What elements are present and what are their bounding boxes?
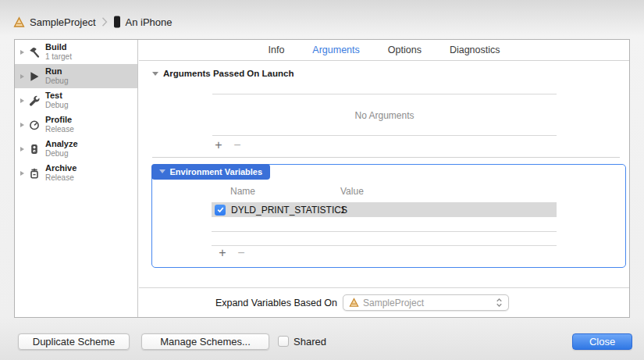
sidebar-item-test[interactable]: Test Debug <box>15 88 137 112</box>
close-button[interactable]: Close <box>572 333 632 350</box>
disclosure-triangle-icon[interactable] <box>20 74 24 79</box>
column-header-name: Name <box>230 186 255 197</box>
env-variable-name[interactable]: DYLD_PRINT_STATISTICS <box>231 205 347 216</box>
chevron-right-icon <box>101 17 108 27</box>
shared-checkbox[interactable] <box>278 336 289 347</box>
sidebar-item-run[interactable]: Run Debug <box>15 64 137 88</box>
sidebar-item-build[interactable]: Build 1 target <box>15 40 137 64</box>
sidebar-item-label: Test <box>45 91 68 100</box>
archive-vise-icon <box>28 167 41 180</box>
sidebar-item-sub: Release <box>45 125 74 134</box>
sidebar: Build 1 target Run Debug <box>15 40 138 317</box>
tab-options[interactable]: Options <box>388 45 422 55</box>
xcode-project-icon <box>13 16 25 28</box>
disclosure-triangle-icon[interactable] <box>20 123 24 127</box>
sidebar-item-profile[interactable]: Profile Release <box>15 112 137 137</box>
sidebar-item-sub: Release <box>45 173 76 183</box>
tab-info[interactable]: Info <box>268 45 284 55</box>
arguments-section-header: Arguments Passed On Launch <box>152 69 294 78</box>
gauge-icon <box>28 119 41 131</box>
sidebar-item-sub: Debug <box>45 101 68 110</box>
shared-checkbox-label: Shared <box>294 336 326 348</box>
disclosure-triangle-icon[interactable] <box>20 147 24 151</box>
arguments-section-title: Arguments Passed On Launch <box>163 69 294 78</box>
disclosure-triangle-icon[interactable] <box>20 171 24 176</box>
stepper-chevrons-icon <box>494 297 504 308</box>
breadcrumb: SampleProject An iPhone <box>13 15 173 29</box>
separator <box>212 135 557 136</box>
breadcrumb-device[interactable]: An iPhone <box>126 16 173 28</box>
tab-arguments[interactable]: Arguments <box>312 45 359 55</box>
breadcrumb-project[interactable]: SampleProject <box>30 16 96 28</box>
column-header-value: Value <box>340 186 364 197</box>
scheme-content: Info Arguments Options Diagnostics Argum… <box>139 40 629 317</box>
sidebar-item-label: Analyze <box>45 139 78 148</box>
remove-argument-button[interactable]: − <box>231 139 244 151</box>
hammer-icon <box>28 46 41 59</box>
play-icon <box>28 70 41 83</box>
no-arguments-text: No Arguments <box>212 110 557 121</box>
env-row-checkbox[interactable] <box>215 205 226 216</box>
disclosure-triangle-icon[interactable] <box>20 50 24 55</box>
sidebar-item-archive[interactable]: Archive Release <box>15 161 137 185</box>
sidebar-item-sub: Debug <box>45 77 68 86</box>
sidebar-item-sub: 1 target <box>45 52 72 62</box>
sidebar-item-analyze[interactable]: Analyze Debug <box>15 137 137 161</box>
expand-variables-dropdown[interactable]: SampleProject <box>343 294 509 311</box>
disclosure-down-icon[interactable] <box>152 72 158 76</box>
expand-variables-label: Expand Variables Based On <box>170 298 337 308</box>
duplicate-scheme-button[interactable]: Duplicate Scheme <box>18 333 130 350</box>
sidebar-item-label: Profile <box>45 115 74 124</box>
tab-bar: Info Arguments Options Diagnostics <box>139 40 629 61</box>
separator <box>152 157 620 158</box>
analyze-icon <box>28 143 41 155</box>
separator <box>212 94 557 94</box>
sidebar-item-sub: Debug <box>45 149 78 159</box>
env-variable-row[interactable]: DYLD_PRINT_STATISTICS 1 <box>212 202 557 217</box>
separator <box>212 245 557 246</box>
disclosure-triangle-icon[interactable] <box>20 98 24 103</box>
sidebar-item-label: Archive <box>45 163 76 173</box>
remove-env-variable-button[interactable]: − <box>235 247 247 259</box>
expand-variables-value: SampleProject <box>363 298 424 308</box>
add-env-variable-button[interactable]: + <box>216 247 229 259</box>
xcode-project-icon <box>349 298 359 308</box>
separator <box>212 231 557 232</box>
manage-schemes-button[interactable]: Manage Schemes... <box>141 333 269 350</box>
sidebar-item-label: Build <box>45 42 72 52</box>
sidebar-item-label: Run <box>45 66 68 76</box>
env-variable-value[interactable]: 1 <box>340 205 346 216</box>
environment-variables-section: Environment Variables Name Value DYLD_PR… <box>151 164 626 268</box>
wrench-icon <box>28 94 41 107</box>
iphone-icon <box>113 16 121 28</box>
scheme-editor-dialog: SampleProject An iPhone Build 1 target <box>0 0 644 360</box>
environment-variables-badge[interactable]: Environment Variables <box>151 164 271 180</box>
environment-variables-title: Environment Variables <box>170 167 263 176</box>
tab-diagnostics[interactable]: Diagnostics <box>450 45 500 55</box>
add-argument-button[interactable]: + <box>212 139 225 151</box>
disclosure-down-icon[interactable] <box>159 169 165 173</box>
separator <box>139 287 629 288</box>
scheme-panel: Build 1 target Run Debug <box>14 39 630 318</box>
